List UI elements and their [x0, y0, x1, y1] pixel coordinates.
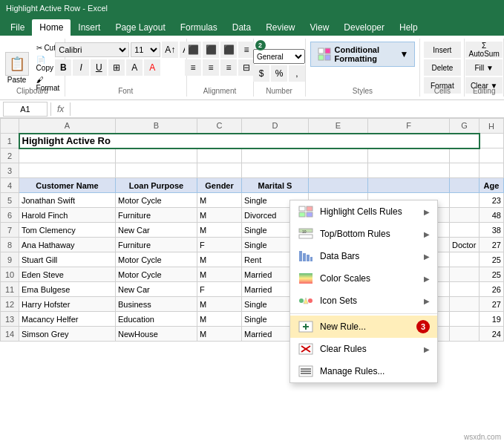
cell-g5[interactable]	[450, 193, 480, 208]
align-top-center-button[interactable]: ⬛	[203, 42, 219, 58]
formula-input[interactable]	[73, 102, 501, 117]
cell-f2[interactable]	[368, 148, 450, 163]
cell-name-13[interactable]: Macancy Helfer	[19, 312, 116, 327]
cell-name-8[interactable]: Ana Hathaway	[19, 238, 116, 252]
cell-name-9[interactable]: Stuart Gill	[19, 252, 116, 267]
cell-loan-12[interactable]: Business	[116, 297, 197, 312]
cell-gender-9[interactable]: M	[197, 252, 242, 267]
menu-item-data-bars[interactable]: Data Bars ▶	[290, 245, 437, 267]
cell-name-10[interactable]: Eden Steve	[19, 267, 116, 282]
number-format-select[interactable]: General	[253, 49, 305, 64]
col-header-b[interactable]: B	[116, 119, 197, 134]
cell-g2[interactable]	[450, 148, 480, 163]
cell-g3[interactable]	[450, 163, 480, 178]
cell-h1[interactable]	[480, 134, 504, 148]
col-header-h[interactable]: H	[480, 119, 504, 134]
cell-gender-12[interactable]: M	[197, 297, 242, 312]
menu-item-icon-sets[interactable]: Icon Sets ▶	[290, 290, 437, 312]
tab-developer[interactable]: Developer	[336, 19, 392, 36]
cell-g13[interactable]	[450, 312, 480, 327]
cell-a2[interactable]	[19, 148, 116, 163]
cell-age-12[interactable]: 27	[480, 297, 504, 312]
cell-loan-14[interactable]: NewHouse	[116, 327, 197, 342]
wrap-text-button[interactable]: ≡	[238, 42, 255, 58]
cell-f3[interactable]	[368, 163, 450, 178]
menu-item-color-scales[interactable]: Color Scales ▶	[290, 267, 437, 290]
cell-age-5[interactable]: 23	[480, 193, 504, 208]
header-g[interactable]	[450, 178, 480, 193]
cell-g6[interactable]	[450, 208, 480, 223]
menu-item-manage-rules[interactable]: Manage Rules...	[290, 360, 437, 382]
cell-gender-6[interactable]: M	[197, 208, 242, 223]
italic-button[interactable]: I	[73, 59, 89, 76]
currency-button[interactable]: $	[253, 65, 269, 82]
header-marital-status[interactable]: Marital S	[242, 178, 309, 193]
tab-page-layout[interactable]: Page Layout	[108, 19, 172, 36]
tab-data[interactable]: Data	[225, 19, 258, 36]
cell-name-14[interactable]: Simson Grey	[19, 327, 116, 342]
tab-insert[interactable]: Insert	[71, 19, 108, 36]
cell-name-7[interactable]: Tom Clemency	[19, 223, 116, 238]
cell-d3[interactable]	[242, 163, 309, 178]
underline-button[interactable]: U	[91, 59, 107, 76]
cell-c2[interactable]	[197, 148, 242, 163]
cell-gender-11[interactable]: F	[197, 282, 242, 297]
cell-age-7[interactable]: 38	[480, 223, 504, 238]
col-header-g[interactable]: G	[450, 119, 480, 134]
cell-gender-8[interactable]: F	[197, 238, 242, 252]
cell-b2[interactable]	[116, 148, 197, 163]
tab-view[interactable]: View	[303, 19, 337, 36]
menu-item-highlight-cells[interactable]: Highlight Cells Rules ▶	[290, 200, 437, 223]
cell-age-6[interactable]: 48	[480, 208, 504, 223]
percent-button[interactable]: %	[271, 65, 287, 82]
increase-font-button[interactable]: A↑	[162, 42, 178, 58]
cell-age-8[interactable]: 27	[480, 238, 504, 252]
cell-name-6[interactable]: Harold Finch	[19, 208, 116, 223]
insert-cells-button[interactable]: Insert	[424, 42, 461, 58]
cell-b3[interactable]	[116, 163, 197, 178]
cell-gender-5[interactable]: M	[197, 193, 242, 208]
cell-g9[interactable]	[450, 252, 480, 267]
font-size-select[interactable]: 11	[131, 42, 160, 57]
merge-cells-button[interactable]: ⊟	[238, 59, 255, 76]
col-header-c[interactable]: C	[197, 119, 242, 134]
cell-age-13[interactable]: 19	[480, 312, 504, 327]
align-top-left-button[interactable]: ⬛	[185, 42, 201, 58]
fill-color-button[interactable]: A	[126, 59, 143, 76]
cell-a3[interactable]	[19, 163, 116, 178]
cell-loan-6[interactable]: Furniture	[116, 208, 197, 223]
menu-item-clear-rules[interactable]: Clear Rules ▶	[290, 338, 437, 360]
bold-button[interactable]: B	[55, 59, 71, 76]
tab-file[interactable]: File	[3, 19, 32, 36]
cell-age-11[interactable]: 26	[480, 282, 504, 297]
cell-loan-8[interactable]: Furniture	[116, 238, 197, 252]
cell-gender-10[interactable]: M	[197, 267, 242, 282]
align-left-button[interactable]: ≡	[185, 59, 201, 76]
header-gender[interactable]: Gender	[197, 178, 242, 193]
fill-button[interactable]: Fill ▼	[465, 59, 503, 76]
col-header-f[interactable]: F	[368, 119, 450, 134]
header-f[interactable]	[368, 178, 450, 193]
cell-g11[interactable]	[450, 282, 480, 297]
cell-g12[interactable]	[450, 297, 480, 312]
cell-reference-box[interactable]	[3, 102, 48, 117]
title-cell[interactable]: Highlight Active Ro	[19, 134, 480, 148]
cell-age-9[interactable]: 25	[480, 252, 504, 267]
col-header-e[interactable]: E	[309, 119, 368, 134]
paste-button[interactable]: 📋 Paste	[2, 49, 32, 87]
cell-g10[interactable]	[450, 267, 480, 282]
cell-loan-9[interactable]: Motor Cycle	[116, 252, 197, 267]
cell-h3[interactable]	[480, 163, 504, 178]
cell-name-11[interactable]: Ema Bulgese	[19, 282, 116, 297]
col-header-d[interactable]: D	[242, 119, 309, 134]
tab-home[interactable]: Home	[32, 19, 71, 36]
align-right-button[interactable]: ≡	[220, 59, 237, 76]
cell-gender-14[interactable]: M	[197, 327, 242, 342]
header-age[interactable]: Age	[480, 178, 504, 193]
cell-gender-7[interactable]: M	[197, 223, 242, 238]
border-button[interactable]: ⊞	[108, 59, 125, 76]
cell-g8[interactable]: Doctor	[450, 238, 480, 252]
delete-cells-button[interactable]: Delete	[424, 59, 461, 76]
cell-g7[interactable]	[450, 223, 480, 238]
tab-formulas[interactable]: Formulas	[173, 19, 225, 36]
